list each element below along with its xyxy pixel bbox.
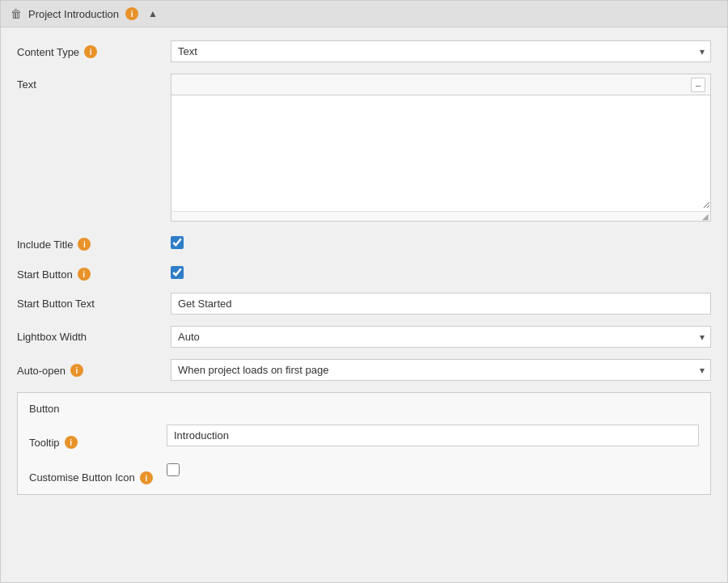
content-type-row: Content Type i Text Image Video bbox=[17, 40, 711, 62]
text-label: Text bbox=[17, 74, 171, 91]
lightbox-width-label: Lightbox Width bbox=[17, 326, 171, 343]
tooltip-label: Tooltip i bbox=[29, 431, 167, 449]
project-introduction-panel: 🗑 Project Introduction i ▲ Content Type … bbox=[0, 0, 728, 583]
lightbox-width-control: Auto Small Medium Large Full bbox=[171, 326, 711, 348]
lightbox-width-select-wrapper: Auto Small Medium Large Full bbox=[171, 326, 711, 348]
tooltip-row: Tooltip i bbox=[29, 425, 699, 449]
start-button-info-icon[interactable]: i bbox=[78, 268, 91, 281]
start-button-checkbox[interactable] bbox=[171, 266, 184, 279]
start-button-row: Start Button i bbox=[17, 263, 711, 281]
auto-open-select[interactable]: When project loads on first page Never A… bbox=[171, 359, 711, 381]
content-type-select[interactable]: Text Image Video bbox=[171, 40, 711, 62]
delete-icon[interactable]: 🗑 bbox=[11, 7, 22, 20]
include-title-info-icon[interactable]: i bbox=[78, 238, 91, 251]
text-row: Text – ◢ bbox=[17, 74, 711, 222]
panel-title: Project Introduction bbox=[28, 8, 119, 20]
text-editor-wrap: – ◢ bbox=[171, 74, 711, 222]
customise-button-icon-control bbox=[167, 460, 699, 479]
include-title-label: Include Title i bbox=[17, 233, 171, 251]
start-button-label: Start Button i bbox=[17, 263, 171, 281]
tooltip-info-icon[interactable]: i bbox=[65, 436, 78, 449]
text-editor-container: – ◢ bbox=[171, 74, 711, 222]
customise-button-icon-checkbox[interactable] bbox=[167, 463, 180, 476]
tooltip-control bbox=[167, 425, 699, 446]
auto-open-row: Auto-open i When project loads on first … bbox=[17, 359, 711, 381]
content-type-info-icon[interactable]: i bbox=[84, 45, 97, 58]
panel-body: Content Type i Text Image Video Text bbox=[1, 27, 727, 508]
start-button-control bbox=[171, 263, 711, 281]
button-section-title: Button bbox=[29, 403, 699, 415]
start-button-text-row: Start Button Text bbox=[17, 293, 711, 315]
button-section: Button Tooltip i Customise Button Icon i bbox=[17, 392, 711, 495]
lightbox-width-select[interactable]: Auto Small Medium Large Full bbox=[171, 326, 711, 348]
start-button-text-label: Start Button Text bbox=[17, 293, 171, 310]
text-editor-textarea[interactable] bbox=[171, 95, 710, 209]
auto-open-label: Auto-open i bbox=[17, 359, 171, 377]
panel-header: 🗑 Project Introduction i ▲ bbox=[1, 1, 727, 27]
text-editor-footer: ◢ bbox=[171, 211, 710, 221]
include-title-control bbox=[171, 233, 711, 251]
auto-open-select-wrapper: When project loads on first page Never A… bbox=[171, 359, 711, 381]
auto-open-info-icon[interactable]: i bbox=[70, 364, 83, 377]
start-button-text-control bbox=[171, 293, 711, 315]
customise-button-icon-row: Customise Button Icon i bbox=[29, 460, 699, 484]
panel-title-info-icon[interactable]: i bbox=[125, 7, 138, 20]
collapse-icon[interactable]: ▲ bbox=[148, 8, 158, 19]
include-title-row: Include Title i bbox=[17, 233, 711, 251]
content-type-select-wrapper: Text Image Video bbox=[171, 40, 711, 62]
tooltip-input[interactable] bbox=[167, 425, 699, 446]
lightbox-width-row: Lightbox Width Auto Small Medium Large F… bbox=[17, 326, 711, 348]
start-button-text-input[interactable] bbox=[171, 293, 711, 315]
text-editor-toolbar: – bbox=[171, 74, 710, 95]
content-type-label: Content Type i bbox=[17, 40, 171, 58]
customise-button-icon-info-icon[interactable]: i bbox=[140, 471, 153, 484]
content-type-control: Text Image Video bbox=[171, 40, 711, 62]
customise-button-icon-label: Customise Button Icon i bbox=[29, 467, 167, 484]
resize-handle-icon: ◢ bbox=[702, 213, 710, 221]
auto-open-control: When project loads on first page Never A… bbox=[171, 359, 711, 381]
include-title-checkbox[interactable] bbox=[171, 236, 184, 249]
editor-expand-button[interactable]: – bbox=[691, 78, 705, 92]
